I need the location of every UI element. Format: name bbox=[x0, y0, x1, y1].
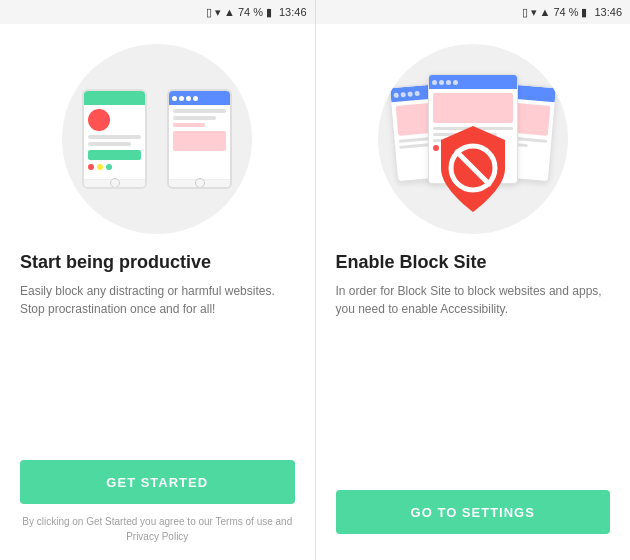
phone-icon-right: ▯ bbox=[522, 6, 528, 19]
right-illustration-circle bbox=[378, 44, 568, 234]
right-panel-text: Enable Block Site In order for Block Sit… bbox=[336, 252, 611, 490]
phone-back bbox=[167, 89, 232, 189]
go-to-settings-button[interactable]: GO TO SETTINGS bbox=[336, 490, 611, 534]
battery-icon-left: ▮ bbox=[266, 6, 272, 19]
left-panel-desc: Easily block any distracting or harmful … bbox=[20, 282, 295, 318]
wifi-icon-right: ▾ bbox=[531, 6, 537, 19]
status-bar-left: ▯ ▾ ▲ 74 % ▮ 13:46 bbox=[0, 0, 316, 24]
red-circle-icon bbox=[88, 109, 110, 131]
right-panel-title: Enable Block Site bbox=[336, 252, 611, 274]
phone-back-topbar bbox=[169, 91, 230, 105]
left-panel-text: Start being productive Easily block any … bbox=[20, 252, 295, 460]
right-panel-desc: In order for Block Site to block website… bbox=[336, 282, 611, 318]
phone-front bbox=[82, 89, 147, 189]
dot4 bbox=[193, 96, 198, 101]
battery-text-left: 74 % bbox=[238, 6, 263, 18]
phone-back-content bbox=[169, 105, 230, 179]
time-left: 13:46 bbox=[279, 6, 307, 18]
signal-icon-left: ▲ bbox=[224, 6, 235, 18]
battery-text-right: 74 % bbox=[553, 6, 578, 18]
right-panel: Enable Block Site In order for Block Sit… bbox=[316, 24, 631, 560]
phone-front-bottom bbox=[84, 179, 145, 187]
dot1 bbox=[172, 96, 177, 101]
footnote-text: By clicking on Get Started you agree to … bbox=[20, 514, 295, 544]
block-shield-icon bbox=[433, 124, 513, 214]
phone-back-bottom bbox=[169, 179, 230, 187]
phone-front-topbar bbox=[84, 91, 145, 105]
phone-icon-left: ▯ bbox=[206, 6, 212, 19]
left-illustration-circle bbox=[62, 44, 252, 234]
phones-illustration bbox=[82, 69, 232, 209]
status-bar-right: ▯ ▾ ▲ 74 % ▮ 13:46 bbox=[316, 0, 631, 24]
dot2 bbox=[179, 96, 184, 101]
battery-icon-right: ▮ bbox=[581, 6, 587, 19]
left-panel: Start being productive Easily block any … bbox=[0, 24, 316, 560]
get-started-button[interactable]: GET STARTED bbox=[20, 460, 295, 504]
dot3 bbox=[186, 96, 191, 101]
left-panel-title: Start being productive bbox=[20, 252, 295, 274]
block-illustration bbox=[393, 64, 553, 214]
phone-front-content bbox=[84, 105, 145, 179]
wifi-icon-left: ▾ bbox=[215, 6, 221, 19]
signal-icon-right: ▲ bbox=[540, 6, 551, 18]
time-right: 13:46 bbox=[594, 6, 622, 18]
color-dots-row bbox=[88, 164, 141, 170]
status-bars: ▯ ▾ ▲ 74 % ▮ 13:46 ▯ ▾ ▲ 74 % ▮ 13:46 bbox=[0, 0, 630, 24]
main-content: Start being productive Easily block any … bbox=[0, 24, 630, 560]
